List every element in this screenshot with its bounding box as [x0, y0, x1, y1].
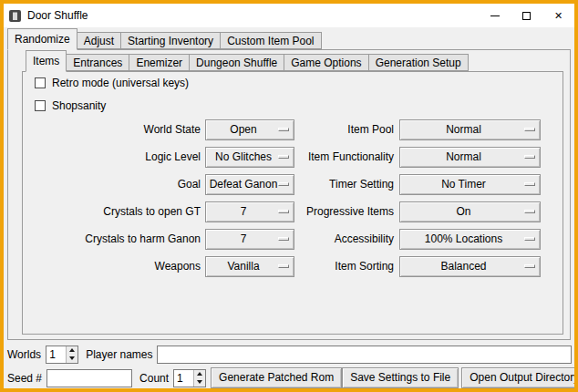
- arrow-up-icon: [69, 348, 75, 352]
- item-functionality-label: Item Functionality: [248, 147, 394, 168]
- crystals-open-gt-label: Crystals to open GT: [46, 201, 201, 222]
- option-row: World State Open Item Pool Normal: [4, 119, 574, 140]
- retro-mode-row: Retro mode (universal keys): [35, 76, 189, 90]
- logic-level-label: Logic Level: [46, 147, 201, 168]
- player-names-label: Player names: [86, 348, 152, 361]
- seed-label: Seed #: [7, 372, 42, 385]
- tab-generation-setup[interactable]: Generation Setup: [368, 54, 469, 71]
- retro-mode-checkbox[interactable]: [35, 77, 46, 88]
- generate-patched-rom-button[interactable]: Generate Patched Rom: [211, 367, 342, 388]
- tab-game-options[interactable]: Game Options: [284, 54, 368, 71]
- maximize-button[interactable]: [511, 4, 542, 27]
- menu-indicator-icon: [524, 128, 535, 131]
- close-icon: ✕: [554, 11, 563, 21]
- accessibility-label: Accessibility: [248, 229, 394, 250]
- tab-enemizer[interactable]: Enemizer: [129, 54, 190, 71]
- count-spinner-buttons: [193, 370, 205, 387]
- menu-indicator-icon: [524, 155, 535, 159]
- retro-mode-label: Retro mode (universal keys): [52, 77, 189, 89]
- crystals-harm-ganon-label: Crystals to harm Ganon: [46, 229, 201, 250]
- dropdown-timer-setting[interactable]: No Timer: [399, 174, 541, 195]
- dropdown-value: Balanced: [400, 257, 540, 276]
- worlds-spinner-buttons: [66, 346, 77, 363]
- open-output-directory-button[interactable]: Open Output Directory: [461, 367, 574, 388]
- minimize-button[interactable]: [479, 4, 511, 27]
- dropdown-item-sorting[interactable]: Balanced: [399, 256, 541, 277]
- count-spinner[interactable]: [173, 369, 206, 387]
- item-sorting-label: Item Sorting: [248, 256, 394, 277]
- primary-tab-bar: Randomize Adjust Starting Inventory Cust…: [7, 28, 321, 49]
- worlds-spinner[interactable]: [46, 346, 78, 364]
- secondary-tab-bar: Items Entrances Enemizer Dungeon Shuffle…: [26, 50, 468, 71]
- weapons-label: Weapons: [46, 256, 201, 277]
- dropdown-value: 100% Locations: [400, 230, 540, 249]
- tab-items[interactable]: Items: [26, 50, 67, 72]
- count-input[interactable]: [174, 370, 193, 387]
- dropdown-value: Normal: [400, 148, 540, 167]
- dropdown-item-functionality[interactable]: Normal: [399, 147, 541, 168]
- spin-up-icon[interactable]: [194, 370, 205, 378]
- dropdown-value: No Timer: [400, 175, 540, 194]
- spin-up-icon[interactable]: [67, 346, 77, 355]
- world-state-label: World State: [46, 119, 201, 140]
- window-controls: ✕: [479, 4, 574, 27]
- player-names-input[interactable]: [157, 346, 573, 364]
- dropdown-progressive-items[interactable]: On: [399, 201, 541, 222]
- save-settings-button[interactable]: Save Settings to File: [342, 367, 459, 388]
- tab-starting-inventory[interactable]: Starting Inventory: [120, 32, 221, 49]
- arrow-up-icon: [197, 372, 202, 376]
- option-row: Crystals to harm Ganon 7 Accessibility 1…: [4, 229, 574, 250]
- close-button[interactable]: ✕: [542, 4, 574, 27]
- dropdown-value: Normal: [400, 120, 540, 139]
- progressive-items-label: Progressive Items: [248, 201, 394, 222]
- menu-indicator-icon: [524, 210, 535, 213]
- tab-entrances[interactable]: Entrances: [66, 54, 129, 71]
- shopsanity-label: Shopsanity: [52, 99, 106, 112]
- option-row: Weapons Vanilla Item Sorting Balanced: [4, 256, 574, 277]
- option-row: Goal Defeat Ganon Timer Setting No Timer: [4, 174, 574, 195]
- menu-indicator-icon: [524, 182, 535, 186]
- dropdown-value: On: [400, 202, 540, 222]
- app-icon: [8, 9, 22, 23]
- maximize-icon: [522, 12, 531, 20]
- worlds-label: Worlds: [7, 348, 41, 361]
- spin-down-icon[interactable]: [194, 378, 205, 387]
- window: Door Shuffle ✕ Randomize Adjust Starting…: [0, 0, 578, 392]
- worlds-input[interactable]: [46, 346, 66, 363]
- option-row: Logic Level No Glitches Item Functionali…: [4, 147, 574, 168]
- arrow-down-icon: [197, 380, 202, 384]
- tab-custom-item-pool[interactable]: Custom Item Pool: [220, 32, 321, 49]
- spin-down-icon[interactable]: [67, 355, 77, 363]
- count-label: Count: [139, 372, 169, 385]
- timer-setting-label: Timer Setting: [248, 174, 394, 195]
- menu-indicator-icon: [524, 237, 535, 241]
- seed-row: Seed # Count Generate Patched Rom Save S…: [7, 367, 572, 388]
- window-title: Door Shuffle: [27, 9, 88, 22]
- seed-input[interactable]: [46, 369, 132, 387]
- minimize-icon: [490, 15, 500, 16]
- shopsanity-checkbox[interactable]: [35, 100, 46, 111]
- dropdown-accessibility[interactable]: 100% Locations: [399, 229, 541, 250]
- option-row: Crystals to open GT 7 Progressive Items …: [4, 201, 574, 222]
- goal-label: Goal: [46, 174, 201, 195]
- item-pool-label: Item Pool: [248, 119, 394, 140]
- tab-adjust[interactable]: Adjust: [77, 32, 121, 49]
- tab-randomize[interactable]: Randomize: [7, 28, 77, 50]
- titlebar: Door Shuffle ✕: [4, 4, 574, 27]
- dropdown-item-pool[interactable]: Normal: [399, 119, 541, 140]
- client-area: Randomize Adjust Starting Inventory Cust…: [4, 27, 574, 388]
- tab-dungeon-shuffle[interactable]: Dungeon Shuffle: [189, 54, 284, 71]
- arrow-down-icon: [69, 356, 75, 360]
- shopsanity-row: Shopsanity: [35, 98, 106, 113]
- worlds-row: Worlds Player names: [7, 345, 572, 364]
- menu-indicator-icon: [524, 264, 535, 268]
